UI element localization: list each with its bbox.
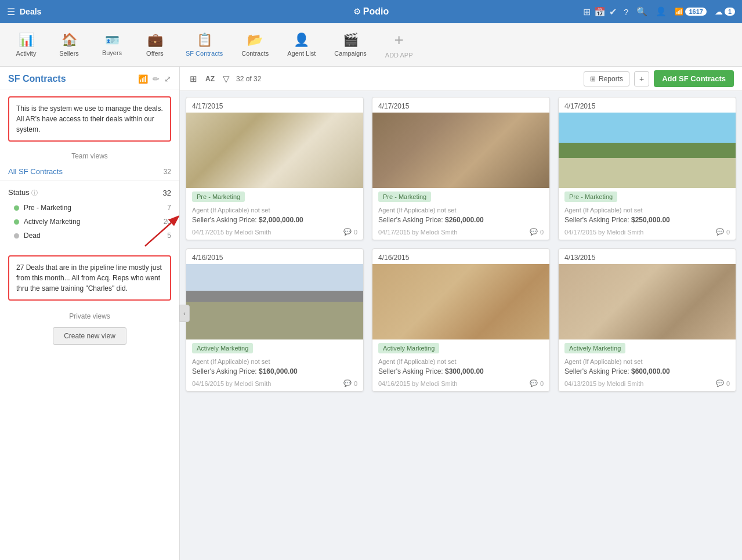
- card-5-comments: 💬 0: [716, 380, 730, 387]
- podio-logo[interactable]: ⚙ Podio: [353, 6, 389, 17]
- tab-activity[interactable]: 📊 Activity: [6, 26, 46, 64]
- card-1-footer: 04/17/2015 by Melodi Smith 💬 0: [372, 225, 549, 240]
- edit-icon[interactable]: ✏: [153, 74, 160, 84]
- card-1-date: 4/17/2015: [372, 97, 549, 113]
- status-header: Status ⓘ 32: [0, 185, 179, 201]
- card-5-footer: 04/13/2015 by Melodi Smith 💬 0: [559, 377, 736, 391]
- kanban-icon[interactable]: ⊞: [583, 6, 591, 17]
- tab-campaigns[interactable]: 🎬 Campaigns: [326, 26, 375, 64]
- tab-agent-list[interactable]: 👤 Agent List: [279, 26, 324, 64]
- signal-count: 1617: [685, 8, 706, 16]
- tab-sf-contracts-label: SF Contracts: [186, 50, 223, 57]
- user-icon[interactable]: 👤: [656, 6, 667, 17]
- card-4-date: 4/16/2015: [372, 249, 549, 264]
- card-0-footer: 04/17/2015 by Melodi Smith 💬 0: [186, 225, 363, 240]
- contract-card-3[interactable]: 4/16/2015 Actively Marketing Agent (If A…: [186, 248, 364, 392]
- reports-label: Reports: [599, 75, 623, 83]
- tab-contracts[interactable]: 📂 Contracts: [233, 26, 277, 64]
- cards-container: 4/17/2015 Pre - Marketing Agent (If Appl…: [180, 91, 742, 560]
- card-4-status: Actively Marketing: [378, 343, 439, 353]
- tab-add-app[interactable]: + ADD APP: [377, 26, 421, 64]
- app-tabs-bar: 📊 Activity 🏠 Sellers 🪪 Buyers 💼 Offers 📋…: [0, 23, 742, 67]
- comment-icon-0: 💬: [343, 228, 352, 236]
- cards-grid: 4/17/2015 Pre - Marketing Agent (If Appl…: [186, 97, 736, 392]
- main-layout: SF Contracts 📶 ✏ ⤢ This is the system we…: [0, 67, 742, 560]
- card-4-comments: 💬 0: [530, 380, 544, 387]
- card-2-comments: 💬 0: [716, 228, 730, 236]
- contract-card-1[interactable]: 4/17/2015 Pre - Marketing Agent (If Appl…: [372, 97, 550, 240]
- dead-dot: [14, 233, 19, 239]
- card-1-image: [372, 113, 549, 188]
- sidebar-collapse-button[interactable]: ‹: [179, 305, 190, 322]
- card-4-footer-date: 04/16/2015 by Melodi Smith: [378, 380, 457, 387]
- tab-agent-list-label: Agent List: [287, 50, 316, 57]
- pre-marketing-label: Pre - Marketing: [24, 204, 162, 212]
- check-icon[interactable]: ✔: [609, 6, 617, 17]
- card-0-image: [186, 113, 363, 188]
- card-0-agent: Agent (If Applicable) not set: [186, 205, 363, 215]
- actively-marketing-label: Actively Marketing: [24, 218, 159, 226]
- status-dead[interactable]: Dead 5: [0, 229, 179, 243]
- card-4-price: Seller's Asking Price: $300,000.00: [372, 366, 549, 377]
- card-1-status: Pre - Marketing: [378, 192, 431, 202]
- all-sf-contracts-view[interactable]: All SF Contracts 32: [0, 162, 179, 181]
- card-4-image: [372, 264, 549, 339]
- reports-button[interactable]: ⊞ Reports: [584, 71, 629, 86]
- add-sf-contracts-button[interactable]: Add SF Contracts: [654, 70, 734, 87]
- tab-buyers[interactable]: 🪪 Buyers: [92, 26, 132, 64]
- contract-card-2[interactable]: 4/17/2015 Pre - Marketing Agent (If Appl…: [558, 97, 736, 240]
- toolbar-left: ⊞ AZ ▽ 32 of 32: [188, 72, 578, 86]
- create-new-view-button[interactable]: Create new view: [53, 327, 126, 345]
- signal-notification[interactable]: 📶 1617: [675, 8, 706, 16]
- card-3-footer-date: 04/16/2015 by Melodi Smith: [192, 380, 271, 387]
- contract-card-5[interactable]: 4/13/2015 Actively Marketing Agent (If A…: [558, 248, 736, 392]
- dead-count: 5: [167, 232, 171, 240]
- card-2-date: 4/17/2015: [559, 97, 736, 113]
- filter-icon[interactable]: ▽: [221, 72, 231, 86]
- top-bar: ☰ Deals ⚙ Podio ⊞ 📅 ✔ ? 🔍 👤 📶 1617 ☁ 1: [0, 0, 742, 23]
- hamburger-icon[interactable]: ☰: [7, 6, 15, 17]
- comment-icon-2: 💬: [716, 228, 724, 236]
- card-0-price: Seller's Asking Price: $2,000,000.00: [186, 215, 363, 225]
- contract-card-4[interactable]: 4/16/2015 Actively Marketing Agent (If A…: [372, 248, 550, 392]
- tab-sellers[interactable]: 🏠 Sellers: [49, 26, 89, 64]
- tab-buyers-label: Buyers: [102, 49, 122, 56]
- pipeline-annotation-box: 27 Deals that are in the pipeline line m…: [8, 255, 171, 301]
- buyers-icon: 🪪: [105, 33, 120, 47]
- activity-icon: 📊: [19, 32, 34, 48]
- tab-offers[interactable]: 💼 Offers: [135, 26, 175, 64]
- status-count: 32: [163, 189, 171, 197]
- status-actively-marketing[interactable]: Actively Marketing 20: [0, 215, 179, 229]
- tab-sf-contracts[interactable]: 📋 SF Contracts: [178, 26, 231, 64]
- wifi-icon[interactable]: 📶: [138, 74, 148, 84]
- card-2-image: [559, 113, 736, 188]
- content-area: ⊞ AZ ▽ 32 of 32 ⊞ Reports + Add SF Contr…: [180, 67, 742, 560]
- help-icon[interactable]: ?: [624, 7, 628, 17]
- az-sort-icon[interactable]: AZ: [204, 73, 216, 85]
- sidebar-header-icons: 📶 ✏ ⤢: [138, 74, 171, 84]
- card-5-agent: Agent (If Applicable) not set: [559, 357, 736, 366]
- info-annotation-box: This is the system we use to manage the …: [8, 96, 171, 142]
- add-item-button[interactable]: +: [634, 71, 649, 86]
- pre-marketing-dot: [14, 205, 19, 211]
- contract-card-0[interactable]: 4/17/2015 Pre - Marketing Agent (If Appl…: [186, 97, 364, 240]
- card-2-agent: Agent (If Applicable) not set: [559, 205, 736, 215]
- cloud-notification[interactable]: ☁ 1: [715, 7, 735, 16]
- card-5-image: [559, 264, 736, 339]
- top-bar-actions: ? 🔍 👤 📶 1617 ☁ 1: [624, 6, 735, 17]
- card-5-footer-date: 04/13/2015 by Melodi Smith: [564, 380, 643, 387]
- card-3-price: Seller's Asking Price: $160,000.00: [186, 366, 363, 377]
- sellers-icon: 🏠: [61, 32, 77, 48]
- grid-view-icon[interactable]: ⊞: [188, 72, 199, 86]
- card-3-status: Actively Marketing: [192, 343, 253, 353]
- status-pre-marketing[interactable]: Pre - Marketing 7: [0, 201, 179, 215]
- actively-marketing-count: 20: [164, 218, 171, 226]
- sidebar-header: SF Contracts 📶 ✏ ⤢: [0, 67, 179, 89]
- card-1-comments: 💬 0: [530, 228, 544, 236]
- expand-icon[interactable]: ⤢: [164, 74, 171, 84]
- toolbar-right: ⊞ Reports + Add SF Contracts: [584, 70, 734, 87]
- search-icon[interactable]: 🔍: [636, 6, 647, 17]
- calendar-icon[interactable]: 📅: [594, 6, 606, 17]
- app-title: Deals: [20, 7, 41, 16]
- sf-contracts-icon: 📋: [197, 32, 212, 48]
